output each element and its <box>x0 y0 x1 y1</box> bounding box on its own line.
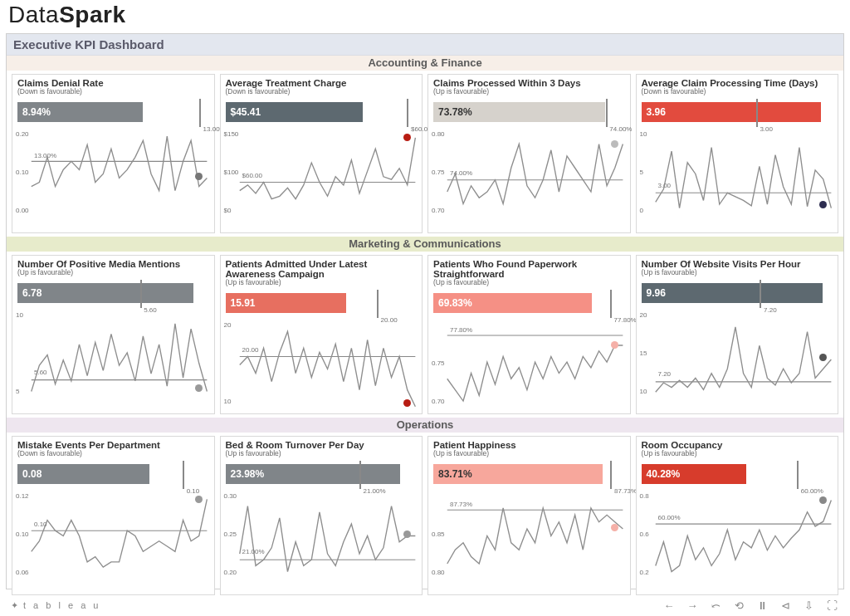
bullet-zone: 0.080.10 <box>17 464 209 489</box>
mean-label: 77.80% <box>450 326 472 334</box>
kpi-card[interactable]: Bed & Room Turnover Per Day(Up is favour… <box>220 436 423 595</box>
y-tick-label: 0.10 <box>16 169 29 176</box>
kpi-direction: (Up is favourable) <box>433 278 625 286</box>
target-marker <box>377 290 379 318</box>
end-dot-icon <box>819 354 827 361</box>
sparkline-zone: 0.300.250.2021.00% <box>226 491 418 580</box>
mean-label: 21.00% <box>242 548 265 555</box>
mean-label: $60.00 <box>242 172 262 179</box>
brand-word-a: Data <box>8 2 59 27</box>
sparkline-zone: 10503.00 <box>642 129 833 218</box>
kpi-value-bar: $45.41 <box>226 102 364 122</box>
y-tick-label: $100 <box>224 169 239 176</box>
y-tick-label: 5 <box>640 169 643 176</box>
kpi-card[interactable]: Claims Denial Rate(Down is favourable)8.… <box>12 74 215 233</box>
end-dot-icon <box>819 201 827 208</box>
kpi-direction: (Up is favourable) <box>433 449 625 457</box>
y-tick-label: 5 <box>16 388 19 395</box>
target-marker <box>407 99 408 127</box>
target-marker <box>183 461 184 489</box>
kpi-direction: (Down is favourable) <box>17 449 209 457</box>
target-marker <box>610 290 612 318</box>
row-marketing: Number Of Positive Media Mentions(Up is … <box>7 252 843 418</box>
target-marker <box>797 461 799 489</box>
kpi-card[interactable]: Number Of Website Visits Per Hour(Up is … <box>636 255 839 414</box>
kpi-card[interactable]: Room Occupancy(Up is favourable)40.28%60… <box>636 436 839 595</box>
kpi-value-bar: 0.08 <box>17 464 149 484</box>
y-tick-label: 0.6 <box>640 530 649 538</box>
row-finance: Claims Denial Rate(Down is favourable)8.… <box>7 71 843 237</box>
end-dot-icon <box>611 341 618 349</box>
brand-word-b: Spark <box>59 2 125 27</box>
tableau-logo: ✦ t a b l e a u <box>6 600 100 611</box>
kpi-value-bar: 9.96 <box>642 283 823 303</box>
y-tick-label: 0.25 <box>224 530 237 538</box>
nav-forward-icon[interactable]: → <box>686 599 698 611</box>
y-tick-label: 0.70 <box>432 398 445 405</box>
kpi-direction: (Up is favourable) <box>226 449 418 457</box>
end-dot-icon <box>403 399 411 407</box>
mean-label: 3.00 <box>658 182 672 189</box>
sparkline-zone: 0.200.100.0013.00% <box>17 129 209 218</box>
kpi-direction: (Up is favourable) <box>17 268 209 276</box>
end-dot-icon <box>611 140 618 148</box>
kpi-direction: (Down is favourable) <box>17 87 209 95</box>
y-tick-label: 0.10 <box>16 530 29 538</box>
kpi-card[interactable]: Patient Happiness(Up is favourable)83.71… <box>427 436 631 595</box>
fullscreen-icon[interactable]: ⛶ <box>826 599 838 611</box>
y-tick-label: 0.20 <box>16 130 29 138</box>
bullet-zone: 73.78%74.00% <box>433 102 625 127</box>
y-tick-label: 0.8 <box>640 492 649 500</box>
kpi-direction: (Up is favourable) <box>226 278 418 286</box>
y-tick-label: $0 <box>224 207 232 214</box>
bullet-zone: 3.963.00 <box>642 102 833 127</box>
kpi-direction: (Up is favourable) <box>642 268 833 276</box>
kpi-card[interactable]: Patients Who Found Paperwork Straightfor… <box>427 255 631 414</box>
mean-label: 0.10 <box>34 521 47 528</box>
target-marker <box>359 461 361 489</box>
target-marker <box>610 461 612 489</box>
kpi-value: 69.83% <box>438 297 472 309</box>
bullet-zone: 9.967.20 <box>642 283 833 308</box>
kpi-card[interactable]: Average Claim Processing Time (Days)(Dow… <box>636 74 839 233</box>
target-marker <box>760 280 761 308</box>
target-marker <box>606 99 608 127</box>
pause-icon[interactable]: ⏸ <box>756 599 768 611</box>
revert-icon[interactable]: ⤺ <box>710 599 721 611</box>
sparkline-zone: 201020.00 <box>226 320 418 409</box>
kpi-value: 3.96 <box>647 106 666 118</box>
nav-back-icon[interactable]: ← <box>663 599 675 611</box>
row-operations: Mistake Events Per Department(Down is fa… <box>7 433 843 599</box>
kpi-value: 0.08 <box>22 468 42 480</box>
tableau-logo-icon: ✦ <box>11 600 21 611</box>
kpi-value-bar: 3.96 <box>642 102 822 122</box>
kpi-value: $45.41 <box>231 106 261 118</box>
share-icon[interactable]: ⊲ <box>779 599 791 611</box>
download-icon[interactable]: ⇩ <box>803 599 814 611</box>
kpi-card[interactable]: Patients Admitted Under Latest Awareness… <box>220 255 423 414</box>
dashboard-frame: Executive KPI Dashboard Accounting & Fin… <box>6 33 844 589</box>
bullet-zone: 15.9120.00 <box>226 293 418 318</box>
end-dot-icon <box>195 496 203 503</box>
sparkline-zone: 0.80.60.260.00% <box>642 491 833 580</box>
kpi-value: 40.28% <box>647 468 681 480</box>
kpi-value-bar: 73.78% <box>433 102 605 122</box>
end-dot-icon <box>403 530 411 538</box>
kpi-card[interactable]: Average Treatment Charge(Down is favoura… <box>220 74 423 233</box>
refresh-icon[interactable]: ⟲ <box>733 599 745 611</box>
sparkline-zone: 0.120.100.060.10 <box>17 491 209 580</box>
kpi-card[interactable]: Claims Processed Within 3 Days(Up is fav… <box>427 74 631 233</box>
kpi-value: 73.78% <box>438 106 472 118</box>
y-tick-label: 0.70 <box>432 207 445 214</box>
target-marker <box>199 99 201 127</box>
kpi-card[interactable]: Number Of Positive Media Mentions(Up is … <box>12 255 215 414</box>
y-tick-label: 0.20 <box>224 569 237 576</box>
sparkline-zone: 0.850.8087.73% <box>433 491 625 580</box>
kpi-card[interactable]: Mistake Events Per Department(Down is fa… <box>12 436 215 595</box>
section-header-finance: Accounting & Finance <box>7 56 843 71</box>
kpi-value-bar: 6.78 <box>17 283 193 303</box>
target-marker <box>756 99 758 127</box>
y-tick-label: 20 <box>224 321 232 329</box>
sparkline-zone: $150$100$0$60.00 <box>226 129 418 218</box>
y-tick-label: 0.75 <box>432 169 445 176</box>
